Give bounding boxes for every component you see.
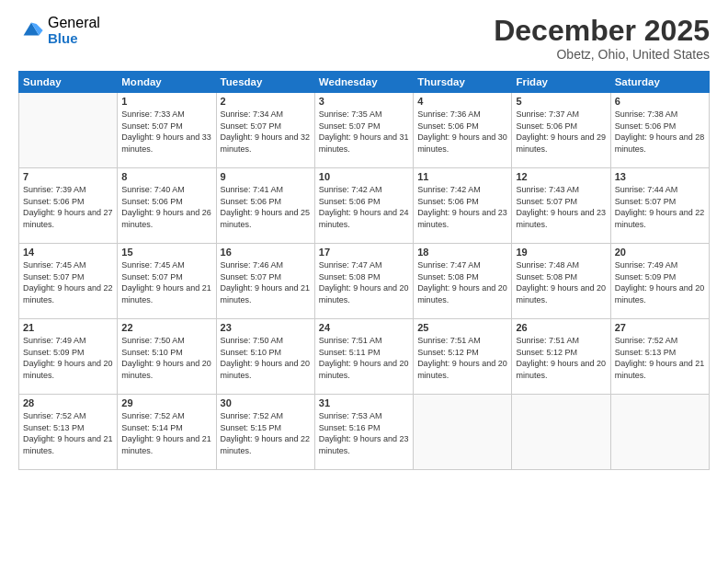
title-block: December 2025 Obetz, Ohio, United States bbox=[494, 15, 710, 62]
calendar-title: December 2025 bbox=[494, 15, 710, 47]
table-row: 13 Sunrise: 7:44 AM Sunset: 5:07 PM Dayl… bbox=[610, 168, 709, 244]
header-wednesday: Wednesday bbox=[314, 72, 413, 93]
day-detail: Sunrise: 7:46 AM Sunset: 5:07 PM Dayligh… bbox=[221, 259, 311, 305]
day-number: 14 bbox=[23, 247, 113, 258]
day-detail: Sunrise: 7:50 AM Sunset: 5:10 PM Dayligh… bbox=[221, 335, 311, 381]
day-number: 10 bbox=[319, 171, 409, 182]
day-number: 28 bbox=[23, 397, 113, 408]
day-detail: Sunrise: 7:47 AM Sunset: 5:08 PM Dayligh… bbox=[417, 259, 507, 305]
header-friday: Friday bbox=[512, 72, 610, 93]
table-row: 30 Sunrise: 7:52 AM Sunset: 5:15 PM Dayl… bbox=[216, 395, 314, 470]
day-number: 23 bbox=[221, 322, 311, 333]
day-detail: Sunrise: 7:41 AM Sunset: 5:06 PM Dayligh… bbox=[221, 184, 311, 230]
table-row: 6 Sunrise: 7:38 AM Sunset: 5:06 PM Dayli… bbox=[610, 93, 709, 168]
table-row: 29 Sunrise: 7:52 AM Sunset: 5:14 PM Dayl… bbox=[118, 395, 216, 470]
day-number: 13 bbox=[615, 171, 705, 182]
table-row: 14 Sunrise: 7:45 AM Sunset: 5:07 PM Dayl… bbox=[19, 244, 118, 319]
weekday-header-row: Sunday Monday Tuesday Wednesday Thursday… bbox=[19, 72, 710, 93]
calendar-subtitle: Obetz, Ohio, United States bbox=[494, 47, 710, 62]
day-number: 22 bbox=[121, 322, 211, 333]
table-row bbox=[512, 395, 610, 470]
header: General Blue December 2025 Obetz, Ohio, … bbox=[18, 15, 710, 62]
table-row: 24 Sunrise: 7:51 AM Sunset: 5:11 PM Dayl… bbox=[314, 319, 413, 395]
table-row: 31 Sunrise: 7:53 AM Sunset: 5:16 PM Dayl… bbox=[314, 395, 413, 470]
calendar-week-row: 7 Sunrise: 7:39 AM Sunset: 5:06 PM Dayli… bbox=[19, 168, 710, 244]
table-row: 19 Sunrise: 7:48 AM Sunset: 5:08 PM Dayl… bbox=[512, 244, 610, 319]
day-detail: Sunrise: 7:33 AM Sunset: 5:07 PM Dayligh… bbox=[121, 109, 211, 155]
day-number: 20 bbox=[615, 247, 705, 258]
logo: General Blue bbox=[18, 15, 100, 46]
table-row: 18 Sunrise: 7:47 AM Sunset: 5:08 PM Dayl… bbox=[414, 244, 512, 319]
day-number: 16 bbox=[221, 247, 311, 258]
table-row: 20 Sunrise: 7:49 AM Sunset: 5:09 PM Dayl… bbox=[610, 244, 709, 319]
day-number: 24 bbox=[319, 322, 409, 333]
day-number: 30 bbox=[221, 397, 311, 408]
day-number: 15 bbox=[121, 247, 211, 258]
day-detail: Sunrise: 7:39 AM Sunset: 5:06 PM Dayligh… bbox=[23, 184, 113, 230]
table-row: 25 Sunrise: 7:51 AM Sunset: 5:12 PM Dayl… bbox=[414, 319, 512, 395]
day-detail: Sunrise: 7:53 AM Sunset: 5:16 PM Dayligh… bbox=[319, 410, 409, 456]
calendar-table: Sunday Monday Tuesday Wednesday Thursday… bbox=[18, 71, 710, 470]
day-number: 8 bbox=[121, 171, 211, 182]
calendar-week-row: 14 Sunrise: 7:45 AM Sunset: 5:07 PM Dayl… bbox=[19, 244, 710, 319]
day-detail: Sunrise: 7:42 AM Sunset: 5:06 PM Dayligh… bbox=[319, 184, 409, 230]
calendar-week-row: 1 Sunrise: 7:33 AM Sunset: 5:07 PM Dayli… bbox=[19, 93, 710, 168]
table-row bbox=[610, 395, 709, 470]
day-number: 19 bbox=[516, 247, 606, 258]
day-detail: Sunrise: 7:51 AM Sunset: 5:12 PM Dayligh… bbox=[516, 335, 606, 381]
header-sunday: Sunday bbox=[19, 72, 118, 93]
day-detail: Sunrise: 7:50 AM Sunset: 5:10 PM Dayligh… bbox=[121, 335, 211, 381]
table-row: 11 Sunrise: 7:42 AM Sunset: 5:06 PM Dayl… bbox=[414, 168, 512, 244]
day-number: 21 bbox=[23, 322, 113, 333]
calendar-week-row: 21 Sunrise: 7:49 AM Sunset: 5:09 PM Dayl… bbox=[19, 319, 710, 395]
table-row: 22 Sunrise: 7:50 AM Sunset: 5:10 PM Dayl… bbox=[118, 319, 216, 395]
day-number: 5 bbox=[516, 96, 606, 107]
day-detail: Sunrise: 7:49 AM Sunset: 5:09 PM Dayligh… bbox=[615, 259, 705, 305]
day-number: 31 bbox=[319, 397, 409, 408]
day-detail: Sunrise: 7:40 AM Sunset: 5:06 PM Dayligh… bbox=[121, 184, 211, 230]
day-detail: Sunrise: 7:45 AM Sunset: 5:07 PM Dayligh… bbox=[23, 259, 113, 305]
day-detail: Sunrise: 7:49 AM Sunset: 5:09 PM Dayligh… bbox=[23, 335, 113, 381]
day-number: 18 bbox=[417, 247, 507, 258]
table-row: 16 Sunrise: 7:46 AM Sunset: 5:07 PM Dayl… bbox=[216, 244, 314, 319]
day-detail: Sunrise: 7:37 AM Sunset: 5:06 PM Dayligh… bbox=[516, 109, 606, 155]
day-number: 11 bbox=[417, 171, 507, 182]
logo-text: General Blue bbox=[48, 15, 100, 46]
day-number: 17 bbox=[319, 247, 409, 258]
table-row: 17 Sunrise: 7:47 AM Sunset: 5:08 PM Dayl… bbox=[314, 244, 413, 319]
day-number: 6 bbox=[615, 96, 705, 107]
table-row: 3 Sunrise: 7:35 AM Sunset: 5:07 PM Dayli… bbox=[314, 93, 413, 168]
header-monday: Monday bbox=[118, 72, 216, 93]
logo-general: General bbox=[48, 15, 100, 31]
table-row: 27 Sunrise: 7:52 AM Sunset: 5:13 PM Dayl… bbox=[610, 319, 709, 395]
day-detail: Sunrise: 7:43 AM Sunset: 5:07 PM Dayligh… bbox=[516, 184, 606, 230]
logo-blue: Blue bbox=[48, 31, 100, 47]
day-number: 27 bbox=[615, 322, 705, 333]
day-number: 4 bbox=[417, 96, 507, 107]
table-row: 10 Sunrise: 7:42 AM Sunset: 5:06 PM Dayl… bbox=[314, 168, 413, 244]
day-number: 3 bbox=[319, 96, 409, 107]
day-number: 12 bbox=[516, 171, 606, 182]
day-detail: Sunrise: 7:52 AM Sunset: 5:13 PM Dayligh… bbox=[615, 335, 705, 381]
header-tuesday: Tuesday bbox=[216, 72, 314, 93]
table-row bbox=[19, 93, 118, 168]
day-detail: Sunrise: 7:52 AM Sunset: 5:14 PM Dayligh… bbox=[121, 410, 211, 456]
day-detail: Sunrise: 7:42 AM Sunset: 5:06 PM Dayligh… bbox=[417, 184, 507, 230]
day-number: 2 bbox=[221, 96, 311, 107]
table-row: 12 Sunrise: 7:43 AM Sunset: 5:07 PM Dayl… bbox=[512, 168, 610, 244]
day-number: 25 bbox=[417, 322, 507, 333]
calendar-container: General Blue December 2025 Obetz, Ohio, … bbox=[0, 0, 728, 563]
header-saturday: Saturday bbox=[610, 72, 709, 93]
day-detail: Sunrise: 7:44 AM Sunset: 5:07 PM Dayligh… bbox=[615, 184, 705, 230]
day-detail: Sunrise: 7:47 AM Sunset: 5:08 PM Dayligh… bbox=[319, 259, 409, 305]
table-row: 1 Sunrise: 7:33 AM Sunset: 5:07 PM Dayli… bbox=[118, 93, 216, 168]
day-detail: Sunrise: 7:34 AM Sunset: 5:07 PM Dayligh… bbox=[221, 109, 311, 155]
header-thursday: Thursday bbox=[414, 72, 512, 93]
day-number: 1 bbox=[121, 96, 211, 107]
table-row: 28 Sunrise: 7:52 AM Sunset: 5:13 PM Dayl… bbox=[19, 395, 118, 470]
day-detail: Sunrise: 7:38 AM Sunset: 5:06 PM Dayligh… bbox=[615, 109, 705, 155]
day-number: 9 bbox=[221, 171, 311, 182]
day-detail: Sunrise: 7:36 AM Sunset: 5:06 PM Dayligh… bbox=[417, 109, 507, 155]
table-row: 4 Sunrise: 7:36 AM Sunset: 5:06 PM Dayli… bbox=[414, 93, 512, 168]
day-number: 29 bbox=[121, 397, 211, 408]
